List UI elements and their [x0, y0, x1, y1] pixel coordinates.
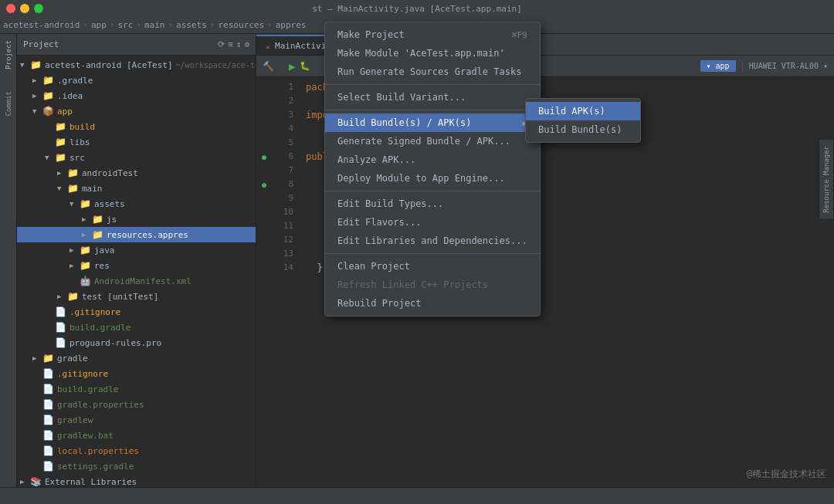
xml-icon: 🤖	[79, 276, 91, 286]
tree-item-gradle[interactable]: ▶ 📁 .gradle	[17, 73, 256, 88]
tree-label-assets: assets	[94, 199, 125, 209]
props-icon: 📄	[42, 445, 54, 456]
tree-item-androidtest[interactable]: ▶ 📁 androidTest	[17, 165, 256, 181]
tree-item-src[interactable]: ▼ 📁 src	[17, 150, 256, 165]
tree-item-build[interactable]: 📁 build	[17, 119, 256, 134]
tree-item-manifest[interactable]: 🤖 AndroidManifest.xml	[17, 273, 256, 289]
run-icon[interactable]: ▶	[289, 60, 295, 73]
tree-label-build: build	[70, 122, 95, 132]
breadcrumb-src[interactable]: src	[117, 20, 133, 30]
tree-item-build-gradle-app[interactable]: 📄 build.gradle	[17, 320, 256, 335]
tree-item-root[interactable]: ▼ 📁 acetest-android [AceTest] ~/workspac…	[17, 57, 256, 73]
menu-item-build-bundle-apk[interactable]: Build Bundle(s) / APK(s) ▶	[325, 113, 540, 132]
sort-icon[interactable]: ↕	[236, 39, 242, 49]
tree-item-build-gradle-root[interactable]: 📄 build.gradle	[17, 381, 256, 397]
menu-label-generate-signed: Generate Signed Bundle / APK...	[337, 136, 510, 147]
tree-item-assets[interactable]: ▼ 📁 assets	[17, 196, 256, 211]
menu-label-analyze-apk: Analyze APK...	[337, 154, 415, 165]
file-icon: 📄	[42, 368, 54, 379]
menu-item-run-generate[interactable]: Run Generate Sources Gradle Tasks	[325, 63, 540, 81]
menu-item-edit-libraries[interactable]: Edit Libraries and Dependencies...	[325, 232, 540, 250]
menu-label-refresh-cpp: Refresh Linked C++ Projects	[337, 279, 488, 290]
tree-item-main[interactable]: ▼ 📁 main	[17, 181, 256, 196]
folder-icon: 📁	[91, 214, 103, 225]
submenu-item-build-bundle[interactable]: Build Bundle(s)	[526, 120, 640, 139]
menu-item-refresh-cpp: Refresh Linked C++ Projects	[325, 276, 540, 294]
tree-item-resources-appres[interactable]: ▶ 📁 resources.appres	[17, 227, 256, 242]
tree-label-local-props: local.properties	[57, 446, 139, 456]
commit-tab[interactable]: Commit	[5, 88, 12, 120]
menu-sep-2	[325, 110, 540, 110]
tree-item-js[interactable]: ▶ 📁 js	[17, 211, 256, 227]
breadcrumb-resources[interactable]: resources	[218, 20, 264, 30]
submenu-label-build-apk: Build APK(s)	[538, 106, 605, 117]
close-button[interactable]	[6, 4, 15, 13]
device-selector[interactable]: HUAWEI VTR-AL00 ▾	[749, 62, 828, 70]
tree-item-external-libs[interactable]: ▶ 📚 External Libraries	[17, 474, 256, 487]
app-selector[interactable]: ▾ app	[700, 60, 736, 72]
menu-item-select-build-variant[interactable]: Select Build Variant...	[325, 88, 540, 107]
submenu-build-apk[interactable]: Build APK(s) Build Bundle(s)	[525, 98, 641, 143]
breadcrumb-appres[interactable]: appres	[276, 20, 307, 30]
tree-item-idea[interactable]: ▶ 📁 .idea	[17, 88, 256, 103]
submenu-item-build-apk[interactable]: Build APK(s)	[526, 102, 640, 120]
folder-icon: 📁	[54, 152, 66, 163]
menu-item-clean-project[interactable]: Clean Project	[325, 257, 540, 276]
breadcrumb-assets[interactable]: assets	[176, 20, 207, 30]
breadcrumb-main[interactable]: main	[144, 20, 165, 30]
breadcrumb-app[interactable]: app	[91, 20, 107, 30]
tree-label-gitignore-root: .gitignore	[57, 369, 108, 379]
tree-item-gitignore-app[interactable]: 📄 .gitignore	[17, 304, 256, 320]
menu-item-make-project[interactable]: Make Project ⌘F9	[325, 25, 540, 44]
tree-label-gradle: .gradle	[57, 76, 93, 86]
project-tab[interactable]: Project	[5, 37, 12, 73]
tree-label-external-libs: External Libraries	[45, 477, 137, 487]
tree-item-java[interactable]: ▶ 📁 java	[17, 242, 256, 258]
sync-icon[interactable]: ⟳	[218, 39, 225, 49]
expand-icon[interactable]: ≡	[228, 39, 233, 49]
folder-icon: 📁	[79, 260, 91, 271]
menu-item-deploy-module[interactable]: Deploy Module to App Engine...	[325, 169, 540, 188]
folder-icon: 📁	[79, 245, 91, 255]
tree-item-proguard[interactable]: 📄 proguard-rules.pro	[17, 335, 256, 350]
minimize-button[interactable]	[20, 4, 29, 13]
tree-item-gradle-props[interactable]: 📄 gradle.properties	[17, 397, 256, 412]
tree-item-res[interactable]: ▶ 📁 res	[17, 258, 256, 273]
maximize-button[interactable]	[34, 4, 43, 13]
menu-item-analyze-apk[interactable]: Analyze APK...	[325, 151, 540, 169]
titlebar: st – MainActivity.java [AceTest.app.main…	[0, 0, 834, 17]
tree-label-build-gradle-root: build.gradle	[57, 384, 118, 394]
panel-header-icons: ⟳ ≡ ↕ ⚙	[218, 39, 249, 49]
build-dropdown-menu[interactable]: Make Project ⌘F9 Make Module 'AceTest.ap…	[324, 22, 541, 316]
tree-item-gradlew[interactable]: 📄 gradlew	[17, 412, 256, 428]
tree-item-gradle2[interactable]: ▶ 📁 gradle	[17, 350, 256, 366]
menu-item-rebuild-project[interactable]: Rebuild Project	[325, 294, 540, 313]
menu-label-edit-build-types: Edit Build Types...	[337, 198, 443, 209]
tree-item-app[interactable]: ▼ 📦 app	[17, 103, 256, 119]
resource-manager-tab[interactable]: Resource Manager	[819, 139, 834, 220]
file-tree: ▼ 📁 acetest-android [AceTest] ~/workspac…	[17, 56, 256, 487]
java-icon: ☕	[266, 42, 270, 50]
bat-icon: 📄	[42, 430, 54, 441]
breadcrumb-acetest[interactable]: acetest-android	[3, 20, 80, 30]
folder-icon: 📁	[42, 75, 54, 86]
menu-item-generate-signed[interactable]: Generate Signed Bundle / APK...	[325, 132, 540, 151]
project-panel: Project ⟳ ≡ ↕ ⚙ ▼ 📁 acetest-android [Ace…	[17, 34, 256, 487]
tree-item-gradlew-bat[interactable]: 📄 gradlew.bat	[17, 428, 256, 443]
settings-icon[interactable]: ⚙	[244, 39, 249, 49]
menu-item-make-module[interactable]: Make Module 'AceTest.app.main'	[325, 44, 540, 63]
line-numbers: 1 2 3 4 5 6 7 8 9 10 11 12 13 14	[272, 77, 300, 487]
tree-label-build-gradle-app: build.gradle	[70, 323, 131, 333]
debug-icon[interactable]: 🐛	[300, 61, 310, 71]
folder-icon: 📁	[91, 229, 103, 240]
tree-item-gitignore-root[interactable]: 📄 .gitignore	[17, 366, 256, 381]
gradle-icon: 📄	[42, 461, 54, 472]
tree-item-libs[interactable]: 📁 libs	[17, 134, 256, 150]
menu-item-edit-build-types[interactable]: Edit Build Types...	[325, 194, 540, 213]
tree-label-gradle-props: gradle.properties	[57, 400, 144, 410]
menu-item-edit-flavors[interactable]: Edit Flavors...	[325, 213, 540, 232]
tree-item-settings-gradle[interactable]: 📄 settings.gradle	[17, 458, 256, 474]
tree-item-local-props[interactable]: 📄 local.properties	[17, 443, 256, 458]
tree-item-test[interactable]: ▶ 📁 test [unitTest]	[17, 289, 256, 304]
menu-label-build-bundle-apk: Build Bundle(s) / APK(s)	[337, 117, 471, 128]
